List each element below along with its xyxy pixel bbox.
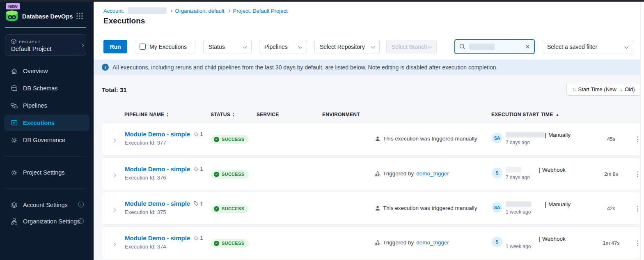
- breadcrumb-project[interactable]: Project: Default Project: [233, 8, 288, 14]
- column-pipeline-name[interactable]: PIPELINE NAME ▴▾: [124, 112, 168, 117]
- my-executions-toggle[interactable]: My Executions: [135, 40, 195, 53]
- chevron-right-icon: [227, 9, 230, 12]
- saved-filter-label: Select a saved filter: [547, 44, 597, 50]
- row-menu-icon[interactable]: [634, 134, 641, 144]
- sidebar-item-db-governance[interactable]: DB Governance: [4, 132, 89, 148]
- execution-id: Execution Id: 374: [125, 244, 203, 250]
- chevron-down-icon: [371, 45, 375, 49]
- org-chart-icon: [11, 218, 18, 225]
- column-status[interactable]: STATUS ▴▾: [211, 112, 234, 117]
- expand-row-icon[interactable]: [112, 136, 115, 144]
- clear-search-icon[interactable]: ✕: [525, 44, 530, 50]
- execution-row[interactable]: Module Demo - simple 1 Execution Id: 376…: [102, 157, 640, 190]
- project-selector[interactable]: PROJECT Default Project: [5, 35, 86, 55]
- info-icon: i: [102, 64, 109, 71]
- page-title: Executions: [103, 16, 145, 25]
- pipeline-cell: Module Demo - simple 1 Execution Id: 377: [125, 131, 203, 146]
- expand-row-icon[interactable]: [112, 171, 115, 179]
- main-content: Account: Organization: default Project: …: [94, 2, 640, 260]
- row-menu-icon[interactable]: [634, 204, 641, 214]
- duration: 2m 8s: [599, 171, 623, 177]
- execution-row[interactable]: Module Demo - simple 1 Execution Id: 375…: [102, 192, 640, 225]
- tag-icon: [193, 235, 199, 241]
- check-icon: ✓: [214, 241, 219, 246]
- trigger-info: This execution was triggered manually: [375, 205, 477, 211]
- pipeline-name-link[interactable]: Module Demo - simple: [125, 235, 190, 242]
- time-ago: 1 week ago: [506, 209, 571, 215]
- sidebar: NEW Database DevOps PROJECT Default Proj…: [0, 0, 94, 260]
- breadcrumb-organization[interactable]: Organization: default: [175, 8, 225, 14]
- check-icon: ✓: [214, 206, 219, 212]
- pipeline-name-link[interactable]: Module Demo - simple: [125, 131, 190, 138]
- person-icon: [375, 136, 380, 142]
- chevron-down-icon: [243, 45, 247, 49]
- executions-icon: [11, 120, 18, 127]
- pipelines-filter-dropdown[interactable]: Pipelines: [259, 40, 307, 53]
- module-grid-icon[interactable]: [76, 12, 83, 20]
- check-icon: ✓: [214, 172, 219, 177]
- row-menu-icon[interactable]: [634, 169, 641, 179]
- divider: |: [539, 235, 540, 242]
- sidebar-item-label: Organization Settings: [23, 218, 80, 225]
- trigger-type-label: Manually: [548, 132, 571, 138]
- my-executions-checkbox[interactable]: [140, 44, 146, 50]
- sort-arrows-icon: ↑↓: [572, 87, 575, 92]
- sidebar-item-project-settings[interactable]: Project Settings: [4, 164, 89, 181]
- trigger-info: Triggered by demo_trigger: [375, 239, 449, 246]
- status-badge: ✓ SUCCESS: [211, 239, 249, 248]
- webhook-icon: [375, 171, 380, 177]
- breadcrumb-account[interactable]: Account:: [103, 8, 124, 14]
- column-execution-start-time[interactable]: EXECUTION START TIME ▲: [491, 112, 559, 117]
- status-filter-dropdown[interactable]: Status: [203, 40, 252, 53]
- execution-row[interactable]: Module Demo - simple 1 Execution Id: 374…: [102, 226, 640, 259]
- search-input[interactable]: ✕: [454, 39, 535, 54]
- start-time-cell: SA | Manually 7 days ago: [492, 131, 571, 145]
- trigger-link[interactable]: demo_trigger: [416, 170, 449, 177]
- trigger-type-label: Manually: [548, 201, 571, 207]
- sidebar-item-label: Account Settings: [23, 202, 68, 208]
- time-ago: 7 days ago: [506, 175, 566, 180]
- my-executions-label: My Executions: [149, 44, 187, 50]
- status-badge: ✓ SUCCESS: [211, 170, 249, 179]
- sort-order-label: Start Time (New → Old): [578, 86, 635, 92]
- run-button[interactable]: Run: [103, 40, 127, 53]
- sidebar-item-executions[interactable]: Executions: [4, 115, 89, 131]
- webhook-icon: [375, 240, 380, 246]
- repository-filter-dropdown[interactable]: Select Repository: [314, 40, 380, 53]
- duration: 45s: [599, 136, 623, 142]
- redacted-user-name: [506, 167, 521, 173]
- tag-count: 1: [193, 200, 203, 207]
- chevron-down-icon: [625, 45, 629, 49]
- sort-order-button[interactable]: ↑↓ Start Time (New → Old): [566, 83, 640, 96]
- status-badge: ✓ SUCCESS: [211, 204, 249, 213]
- trigger-link[interactable]: demo_trigger: [416, 239, 449, 246]
- expand-row-icon[interactable]: [112, 240, 115, 248]
- scrollbar-track[interactable]: [640, 2, 644, 260]
- avatar: SA: [492, 133, 502, 143]
- sidebar-item-overview[interactable]: Overview: [4, 63, 89, 79]
- browser-top-strip: [0, 0, 644, 2]
- sidebar-divider: [5, 189, 86, 189]
- trigger-info: Triggered by demo_trigger: [375, 170, 449, 177]
- row-menu-icon[interactable]: [634, 238, 641, 248]
- tag-icon: [193, 201, 199, 206]
- pipeline-name-link[interactable]: Module Demo - simple: [125, 166, 190, 173]
- pipeline-icon: [11, 102, 18, 109]
- chevron-down-icon: [298, 45, 303, 49]
- repository-filter-label: Select Repository: [320, 44, 365, 50]
- pipeline-name-link[interactable]: Module Demo - simple: [125, 200, 190, 207]
- column-environment: ENVIRONMENT: [322, 112, 360, 117]
- project-cube-icon: [11, 39, 16, 44]
- divider: |: [545, 201, 546, 208]
- sidebar-item-organization-settings[interactable]: Organization Settings ⓘ: [4, 213, 89, 230]
- status-badge: ✓ SUCCESS: [211, 135, 249, 144]
- sidebar-item-account-settings[interactable]: Account Settings ⓘ: [4, 197, 89, 213]
- start-time-cell: SA | Manually 1 week ago: [492, 200, 571, 215]
- execution-row[interactable]: Module Demo - simple 1 Execution Id: 377…: [102, 122, 640, 155]
- expand-row-icon[interactable]: [112, 206, 115, 213]
- total-count: Total: 31: [102, 86, 127, 93]
- redacted-search-text: [469, 44, 495, 50]
- sidebar-item-pipelines[interactable]: Pipelines: [4, 97, 89, 114]
- sidebar-item-db-schemas[interactable]: DB Schemas: [4, 80, 89, 97]
- saved-filter-dropdown[interactable]: Select a saved filter: [542, 40, 633, 53]
